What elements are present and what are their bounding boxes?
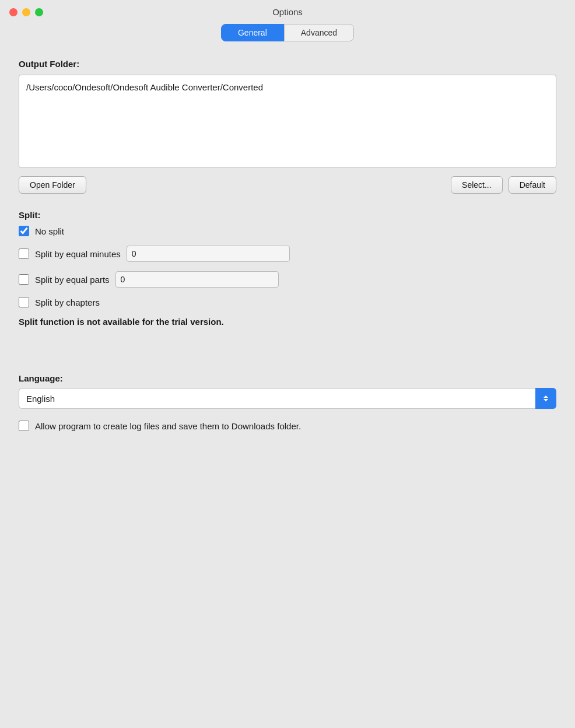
chevron-updown-icon [542,394,550,402]
no-split-row: No split [19,226,556,236]
no-split-label[interactable]: No split [35,226,64,236]
minimize-button[interactable] [22,8,30,16]
split-minutes-label[interactable]: Split by equal minutes [35,249,121,259]
no-split-checkbox[interactable] [19,226,29,236]
language-label: Language: [19,373,556,383]
close-button[interactable] [9,8,17,16]
tab-general[interactable]: General [221,24,284,41]
split-parts-checkbox[interactable] [19,274,29,285]
language-section: Language: English Chinese French German … [19,373,556,409]
split-chapters-label[interactable]: Split by chapters [35,298,100,307]
folder-buttons-row: Open Folder Select... Default [19,176,556,194]
open-folder-button[interactable]: Open Folder [19,176,86,194]
split-parts-input[interactable] [115,271,279,288]
split-minutes-checkbox[interactable] [19,249,29,259]
log-files-row: Allow program to create log files and sa… [19,421,556,431]
split-chapters-row: Split by chapters [19,297,556,307]
output-folder-label: Output Folder: [19,59,556,69]
title-bar: Options [0,0,575,24]
split-minutes-row: Split by equal minutes [19,246,556,262]
split-parts-label[interactable]: Split by equal parts [35,275,110,285]
window-title: Options [272,7,303,17]
log-files-label[interactable]: Allow program to create log files and sa… [35,421,301,431]
language-select[interactable]: English Chinese French German Spanish Ja… [19,388,556,409]
language-select-wrapper: English Chinese French German Spanish Ja… [19,388,556,409]
main-content: Output Folder: /Users/coco/Ondesoft/Onde… [0,59,575,431]
split-chapters-checkbox[interactable] [19,297,29,307]
tab-bar: General Advanced [0,24,575,47]
right-buttons: Select... Default [451,176,556,194]
default-button[interactable]: Default [509,176,556,194]
tab-advanced[interactable]: Advanced [284,24,354,41]
output-folder-path[interactable]: /Users/coco/Ondesoft/Ondesoft Audible Co… [19,75,556,168]
split-minutes-input[interactable] [127,246,290,262]
split-section: Split: No split Split by equal minutes S… [19,210,556,327]
split-parts-row: Split by equal parts [19,271,556,288]
select-arrow-icon [535,388,556,409]
traffic-lights [9,8,43,16]
log-files-checkbox[interactable] [19,421,29,431]
maximize-button[interactable] [35,8,43,16]
select-button[interactable]: Select... [451,176,503,194]
trial-notice: Split function is not available for the … [19,317,556,327]
split-label: Split: [19,210,556,220]
